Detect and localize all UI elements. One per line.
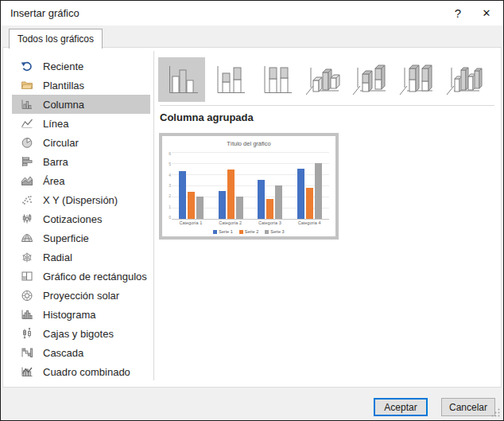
thumbnail-100-stacked-column[interactable] xyxy=(252,57,299,102)
series1-bar xyxy=(219,191,226,219)
subtype-heading: Columna agrupada xyxy=(160,111,254,123)
line-chart-icon xyxy=(21,117,33,130)
hundred-stacked-column-icon xyxy=(257,60,295,99)
bar-chart-icon xyxy=(21,155,33,168)
sidebar-item-linea[interactable]: Línea xyxy=(12,114,150,133)
sidebar-item-cuadro-combinado[interactable]: Cuadro combinado xyxy=(12,362,150,381)
stacked-column-3d-icon xyxy=(351,60,389,99)
series2-bar xyxy=(266,199,273,219)
thumbnail-3d-column[interactable] xyxy=(440,57,487,102)
tab-todos-los-graficos[interactable]: Todos los gráficos xyxy=(9,29,103,49)
category-label: Categoría 4 xyxy=(289,220,329,227)
series1-bar xyxy=(297,169,304,219)
sidebar-item-proyeccion-solar[interactable]: Proyección solar xyxy=(12,286,150,305)
legend-item: Serie 3 xyxy=(265,229,284,234)
sidebar-item-label: Radial xyxy=(43,251,72,263)
hundred-stacked-column-3d-icon xyxy=(397,60,436,99)
sidebar-item-cascada[interactable]: Cascada xyxy=(12,343,150,362)
surface-chart-icon xyxy=(21,232,33,244)
help-icon: ? xyxy=(455,6,461,20)
series2-bar xyxy=(188,192,195,219)
legend-item: Serie 1 xyxy=(213,229,232,234)
area-chart-icon xyxy=(21,174,33,187)
sidebar-item-radial[interactable]: Radial xyxy=(12,248,150,267)
resize-grip[interactable] xyxy=(490,407,501,418)
scatter-chart-icon xyxy=(21,193,33,206)
sidebar-item-reciente[interactable]: Reciente xyxy=(12,57,150,76)
treemap-chart-icon xyxy=(21,270,33,283)
cancel-button[interactable]: Cancelar xyxy=(441,398,495,416)
title-bar: Insertar gráfico ? ✕ xyxy=(1,1,503,25)
sidebar-item-label: X Y (Dispersión) xyxy=(43,194,118,206)
sidebar-item-label: Barra xyxy=(43,156,68,168)
stacked-column-icon xyxy=(210,60,248,99)
box-whisker-chart-icon xyxy=(21,327,33,340)
preview-chart: Título del gráfico 6543210 xyxy=(162,136,335,236)
chart-type-list: Reciente Plantillas Columna Línea Circul… xyxy=(12,57,150,381)
series3-bar xyxy=(275,185,282,219)
help-button[interactable]: ? xyxy=(444,1,471,25)
histogram-chart-icon xyxy=(21,308,33,321)
legend-item: Serie 2 xyxy=(239,229,258,234)
bar-groups xyxy=(172,152,329,219)
category-label: Categoría 3 xyxy=(250,220,290,227)
column-chart-icon xyxy=(21,98,33,111)
sidebar-divider xyxy=(153,51,154,380)
legend-label: Serie 1 xyxy=(219,229,232,234)
sidebar-item-label: Cascada xyxy=(43,347,83,359)
footer: Aceptar Cancelar xyxy=(1,388,503,420)
plot-area xyxy=(172,152,329,220)
chart-preview[interactable]: Título del gráfico 6543210 xyxy=(159,133,339,240)
sidebar-item-label: Columna xyxy=(43,99,84,111)
combo-chart-icon xyxy=(21,365,33,378)
sidebar-item-label: Línea xyxy=(43,118,69,130)
legend-swatch xyxy=(213,230,217,234)
category-label: Categoría 2 xyxy=(211,220,250,227)
thumbnail-clustered-column[interactable] xyxy=(158,57,205,102)
chart-title: Título del gráfico xyxy=(162,136,335,150)
sidebar-item-grafico-de-rectangulos[interactable]: Gráfico de rectángulos xyxy=(12,267,150,286)
column-3d-icon xyxy=(444,60,483,99)
legend-swatch xyxy=(239,230,243,234)
sidebar-item-columna[interactable]: Columna xyxy=(12,95,150,114)
insert-chart-dialog: Insertar gráfico ? ✕ Todos los gráficos … xyxy=(0,0,504,421)
sidebar-item-barra[interactable]: Barra xyxy=(12,152,150,171)
clustered-column-icon xyxy=(163,60,201,99)
subtype-gallery xyxy=(158,57,487,102)
sidebar-item-plantillas[interactable]: Plantillas xyxy=(12,76,150,95)
series2-bar xyxy=(227,170,235,219)
sidebar-item-label: Superficie xyxy=(43,232,89,244)
sidebar-item-label: Histograma xyxy=(43,309,95,321)
sidebar-item-label: Circular xyxy=(43,137,79,149)
legend-label: Serie 3 xyxy=(270,229,284,234)
sidebar-item-label: Proyección solar xyxy=(43,290,119,302)
category-label: Categoría 1 xyxy=(171,220,211,227)
sidebar-item-cotizaciones[interactable]: Cotizaciones xyxy=(12,209,150,228)
thumbnail-3d-clustered-column[interactable] xyxy=(299,57,346,102)
sidebar-item-label: Gráfico de rectángulos xyxy=(43,271,147,283)
clustered-column-3d-icon xyxy=(304,60,342,99)
series1-bar xyxy=(179,171,186,219)
close-button[interactable]: ✕ xyxy=(473,1,500,25)
sidebar-item-superficie[interactable]: Superficie xyxy=(12,228,150,248)
sidebar-item-histograma[interactable]: Histograma xyxy=(12,305,150,324)
dialog-content: Reciente Plantillas Columna Línea Circul… xyxy=(2,47,502,388)
sidebar-item-xy-dispersion[interactable]: X Y (Dispersión) xyxy=(12,190,150,209)
legend-swatch xyxy=(265,230,269,234)
gallery-separator xyxy=(160,105,494,106)
sidebar-item-label: Cajas y bigotes xyxy=(43,328,114,340)
thumbnail-3d-100-stacked-column[interactable] xyxy=(393,57,440,102)
bar-group xyxy=(211,152,251,219)
chart-legend: Serie 1 Serie 2 Serie 3 xyxy=(162,227,335,236)
sidebar-item-area[interactable]: Área xyxy=(12,171,150,190)
pie-chart-icon xyxy=(21,136,33,149)
plot-wrap: 6543210 xyxy=(162,150,335,220)
sidebar-item-label: Plantillas xyxy=(43,80,84,92)
accept-button[interactable]: Aceptar xyxy=(374,398,428,416)
thumbnail-stacked-column[interactable] xyxy=(205,57,252,102)
series1-bar xyxy=(258,180,265,219)
thumbnail-3d-stacked-column[interactable] xyxy=(346,57,393,102)
sidebar-item-label: Área xyxy=(43,175,64,187)
sidebar-item-cajas-y-bigotes[interactable]: Cajas y bigotes xyxy=(12,324,150,343)
sidebar-item-circular[interactable]: Circular xyxy=(12,133,150,152)
